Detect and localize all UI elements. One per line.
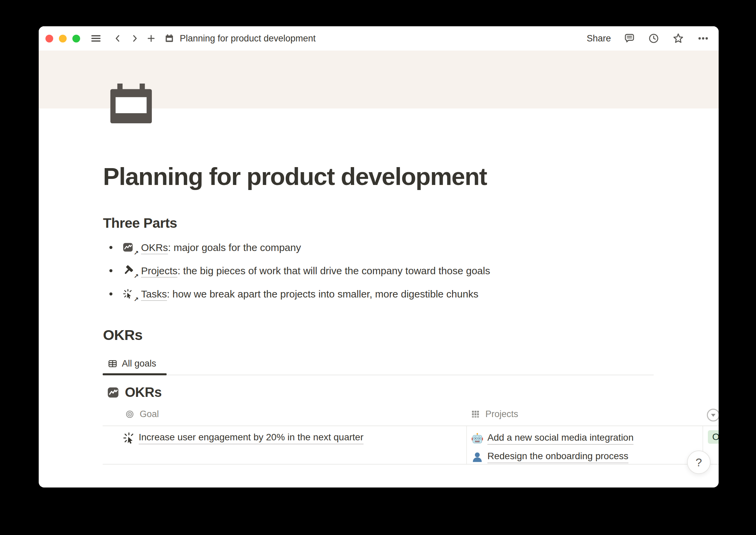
list-item-tasks: ↗ Tasks: how we break apart the projects… [104,282,490,306]
list-item-desc: : how we break apart the projects into s… [167,288,478,300]
active-tab-underline [103,373,167,375]
favorite-star-icon[interactable] [672,32,684,44]
project-link[interactable]: Redesign the onboarding process [487,451,628,463]
toolbar-right: Share [587,32,709,44]
goal-link[interactable]: Increase user engagement by 20% in the n… [139,432,364,444]
relation-grid-icon [471,410,480,419]
tasks-page-link[interactable]: Tasks [141,288,167,301]
project-item: Add a new social media integration [471,429,633,448]
chart-page-link-icon: ↗ [123,241,138,254]
bullet-dot [109,292,112,295]
status-tag[interactable]: O [708,430,719,444]
list-item-okrs: ↗ OKRs: major goals for the company [104,236,490,259]
heading-okrs[interactable]: OKRs [103,327,142,343]
list-item-text: Tasks: how we break apart the projects i… [141,288,478,300]
bullet-dot [109,246,112,249]
chart-box-icon [107,386,119,399]
projects-cell[interactable]: Add a new social media integration Redes… [471,429,633,466]
page-calendar-icon [164,33,174,43]
person-icon [471,451,483,463]
hammer-page-link-icon: ↗ [123,264,138,277]
table-view-icon [108,359,117,369]
tab-all-goals[interactable]: All goals [108,358,156,369]
projects-page-link[interactable]: Projects [141,265,177,278]
new-tab-icon[interactable] [146,33,156,43]
heading-three-parts[interactable]: Three Parts [103,215,177,231]
tab-divider [103,375,654,375]
window-controls [45,35,80,42]
more-icon[interactable] [697,32,709,44]
breadcrumb-page-title[interactable]: Planning for product development [180,33,316,44]
column-header-label: Goal [140,409,159,419]
menu-icon[interactable] [90,33,102,44]
page-icon-calendar[interactable] [110,84,152,123]
app-window: Planning for product development Share [39,26,719,487]
click-spark-icon [123,432,135,444]
project-item: Redesign the onboarding process [471,448,633,466]
back-icon[interactable] [113,34,123,43]
column-separator[interactable] [466,426,467,464]
page-title[interactable]: Planning for product development [103,162,487,190]
help-button[interactable]: ? [687,450,711,474]
minimize-window-button[interactable] [59,35,67,42]
spark-page-link-icon: ↗ [123,288,138,301]
toggle-hidden-columns-icon[interactable] [706,408,719,422]
project-link[interactable]: Add a new social media integration [487,432,633,445]
column-header-projects[interactable]: Projects [471,409,518,419]
robot-icon [471,433,483,445]
database-title[interactable]: OKRs [107,385,162,400]
column-header-label: Projects [485,409,518,419]
list-item-desc: : major goals for the company [168,242,301,253]
list-item-desc: : the big pieces of work that will drive… [177,265,490,276]
share-button[interactable]: Share [587,33,611,44]
column-header-goal[interactable]: Goal [125,409,159,419]
list-item-projects: ↗ Projects: the big pieces of work that … [104,259,490,282]
zoom-window-button[interactable] [72,35,80,42]
tab-label: All goals [122,358,156,369]
table-header-divider [103,426,719,426]
page-link-arrow-icon: ↗ [134,250,139,256]
toolbar: Planning for product development Share [39,26,719,51]
three-parts-list: ↗ OKRs: major goals for the company ↗ Pr… [104,236,490,306]
forward-icon[interactable] [130,34,139,43]
close-window-button[interactable] [45,35,53,42]
database-title-text: OKRs [125,385,162,400]
page-link-arrow-icon: ↗ [134,296,139,303]
list-item-text: OKRs: major goals for the company [141,242,301,253]
list-item-text: Projects: the big pieces of work that wi… [141,265,490,277]
page-link-arrow-icon: ↗ [134,273,139,279]
status-tag-text: O [712,432,719,442]
goal-cell[interactable]: Increase user engagement by 20% in the n… [123,432,364,444]
target-icon [125,410,134,419]
bullet-dot [109,269,112,272]
comments-icon[interactable] [624,33,635,44]
history-clock-icon[interactable] [648,33,659,44]
help-question-mark: ? [696,456,702,469]
okrs-page-link[interactable]: OKRs [141,242,168,254]
